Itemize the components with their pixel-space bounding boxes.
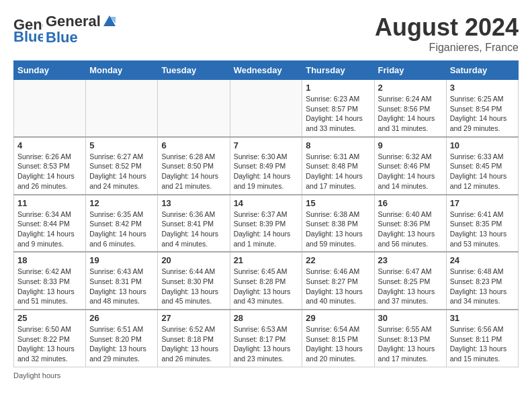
title-block: August 2024 Figanieres, France bbox=[375, 13, 519, 54]
day-number: 16 bbox=[378, 198, 443, 208]
table-row: 6Sunrise: 6:28 AM Sunset: 8:50 PM Daylig… bbox=[158, 137, 230, 195]
table-row: 15Sunrise: 6:38 AM Sunset: 8:38 PM Dayli… bbox=[302, 195, 374, 253]
calendar-table: SundayMondayTuesdayWednesdayThursdayFrid… bbox=[13, 60, 519, 367]
table-row: 25Sunrise: 6:50 AM Sunset: 8:22 PM Dayli… bbox=[14, 310, 86, 367]
table-row: 29Sunrise: 6:54 AM Sunset: 8:15 PM Dayli… bbox=[302, 310, 374, 367]
table-row: 3Sunrise: 6:25 AM Sunset: 8:54 PM Daylig… bbox=[446, 80, 518, 137]
footer-note: Daylight hours bbox=[13, 371, 519, 379]
day-info: Sunrise: 6:55 AM Sunset: 8:13 PM Dayligh… bbox=[378, 324, 443, 364]
calendar-week-row: 1Sunrise: 6:23 AM Sunset: 8:57 PM Daylig… bbox=[14, 80, 519, 137]
day-info: Sunrise: 6:37 AM Sunset: 8:39 PM Dayligh… bbox=[234, 210, 299, 249]
day-number: 22 bbox=[306, 255, 370, 265]
table-row: 22Sunrise: 6:46 AM Sunset: 8:27 PM Dayli… bbox=[302, 252, 374, 310]
day-number: 10 bbox=[450, 140, 515, 150]
day-info: Sunrise: 6:42 AM Sunset: 8:33 PM Dayligh… bbox=[17, 267, 82, 306]
table-row: 24Sunrise: 6:48 AM Sunset: 8:23 PM Dayli… bbox=[446, 252, 518, 310]
day-info: Sunrise: 6:41 AM Sunset: 8:35 PM Dayligh… bbox=[450, 210, 515, 249]
table-row: 31Sunrise: 6:56 AM Sunset: 8:11 PM Dayli… bbox=[446, 310, 518, 367]
logo: General Blue General Blue bbox=[13, 13, 117, 46]
calendar-day-header: Monday bbox=[86, 61, 158, 80]
calendar-day-header: Thursday bbox=[302, 61, 374, 80]
day-info: Sunrise: 6:46 AM Sunset: 8:27 PM Dayligh… bbox=[306, 267, 370, 306]
day-info: Sunrise: 6:52 AM Sunset: 8:18 PM Dayligh… bbox=[161, 324, 226, 364]
day-number: 31 bbox=[450, 313, 515, 323]
table-row: 17Sunrise: 6:41 AM Sunset: 8:35 PM Dayli… bbox=[446, 195, 518, 253]
day-info: Sunrise: 6:35 AM Sunset: 8:42 PM Dayligh… bbox=[89, 210, 154, 249]
day-number: 12 bbox=[89, 198, 154, 208]
table-row: 10Sunrise: 6:33 AM Sunset: 8:45 PM Dayli… bbox=[446, 137, 518, 195]
day-info: Sunrise: 6:44 AM Sunset: 8:30 PM Dayligh… bbox=[161, 267, 226, 306]
day-number: 27 bbox=[161, 313, 226, 323]
day-number: 28 bbox=[234, 313, 299, 323]
day-number: 14 bbox=[234, 198, 299, 208]
day-info: Sunrise: 6:45 AM Sunset: 8:28 PM Dayligh… bbox=[234, 267, 299, 306]
table-row: 21Sunrise: 6:45 AM Sunset: 8:28 PM Dayli… bbox=[230, 252, 302, 310]
table-row bbox=[86, 80, 158, 137]
table-row: 16Sunrise: 6:40 AM Sunset: 8:36 PM Dayli… bbox=[374, 195, 446, 253]
calendar-week-row: 25Sunrise: 6:50 AM Sunset: 8:22 PM Dayli… bbox=[14, 310, 519, 367]
day-info: Sunrise: 6:30 AM Sunset: 8:49 PM Dayligh… bbox=[234, 152, 299, 191]
table-row bbox=[14, 80, 86, 137]
day-info: Sunrise: 6:23 AM Sunset: 8:57 PM Dayligh… bbox=[306, 94, 370, 134]
table-row: 13Sunrise: 6:36 AM Sunset: 8:41 PM Dayli… bbox=[158, 195, 230, 253]
day-number: 4 bbox=[17, 140, 82, 150]
table-row: 14Sunrise: 6:37 AM Sunset: 8:39 PM Dayli… bbox=[230, 195, 302, 253]
calendar-week-row: 11Sunrise: 6:34 AM Sunset: 8:44 PM Dayli… bbox=[14, 195, 519, 253]
day-info: Sunrise: 6:38 AM Sunset: 8:38 PM Dayligh… bbox=[306, 210, 370, 249]
table-row bbox=[230, 80, 302, 137]
table-row: 7Sunrise: 6:30 AM Sunset: 8:49 PM Daylig… bbox=[230, 137, 302, 195]
logo-icon: General Blue bbox=[13, 15, 43, 44]
table-row: 23Sunrise: 6:47 AM Sunset: 8:25 PM Dayli… bbox=[374, 252, 446, 310]
day-info: Sunrise: 6:43 AM Sunset: 8:31 PM Dayligh… bbox=[89, 267, 154, 306]
day-number: 3 bbox=[450, 83, 515, 93]
day-info: Sunrise: 6:51 AM Sunset: 8:20 PM Dayligh… bbox=[89, 324, 154, 364]
calendar-week-row: 18Sunrise: 6:42 AM Sunset: 8:33 PM Dayli… bbox=[14, 252, 519, 310]
day-number: 5 bbox=[89, 140, 154, 150]
day-info: Sunrise: 6:56 AM Sunset: 8:11 PM Dayligh… bbox=[450, 324, 515, 364]
table-row: 4Sunrise: 6:26 AM Sunset: 8:53 PM Daylig… bbox=[14, 137, 86, 195]
calendar-day-header: Tuesday bbox=[158, 61, 230, 80]
table-row: 19Sunrise: 6:43 AM Sunset: 8:31 PM Dayli… bbox=[86, 252, 158, 310]
day-info: Sunrise: 6:47 AM Sunset: 8:25 PM Dayligh… bbox=[378, 267, 443, 306]
logo-triangle-icon bbox=[102, 14, 117, 29]
day-number: 17 bbox=[450, 198, 515, 208]
day-info: Sunrise: 6:36 AM Sunset: 8:41 PM Dayligh… bbox=[161, 210, 226, 249]
day-info: Sunrise: 6:31 AM Sunset: 8:48 PM Dayligh… bbox=[306, 152, 370, 191]
day-info: Sunrise: 6:28 AM Sunset: 8:50 PM Dayligh… bbox=[161, 152, 226, 191]
day-number: 24 bbox=[450, 255, 515, 265]
table-row: 2Sunrise: 6:24 AM Sunset: 8:56 PM Daylig… bbox=[374, 80, 446, 137]
day-number: 15 bbox=[306, 198, 370, 208]
table-row: 9Sunrise: 6:32 AM Sunset: 8:46 PM Daylig… bbox=[374, 137, 446, 195]
day-number: 6 bbox=[161, 140, 226, 150]
day-number: 7 bbox=[234, 140, 299, 150]
day-number: 19 bbox=[89, 255, 154, 265]
day-info: Sunrise: 6:53 AM Sunset: 8:17 PM Dayligh… bbox=[234, 324, 299, 364]
day-info: Sunrise: 6:25 AM Sunset: 8:54 PM Dayligh… bbox=[450, 94, 515, 134]
day-number: 21 bbox=[234, 255, 299, 265]
day-number: 26 bbox=[89, 313, 154, 323]
month-year-title: August 2024 bbox=[375, 13, 519, 42]
day-info: Sunrise: 6:34 AM Sunset: 8:44 PM Dayligh… bbox=[17, 210, 82, 249]
table-row: 26Sunrise: 6:51 AM Sunset: 8:20 PM Dayli… bbox=[86, 310, 158, 367]
day-number: 2 bbox=[378, 83, 443, 93]
location-subtitle: Figanieres, France bbox=[375, 42, 519, 54]
day-info: Sunrise: 6:26 AM Sunset: 8:53 PM Dayligh… bbox=[17, 152, 82, 191]
table-row: 30Sunrise: 6:55 AM Sunset: 8:13 PM Dayli… bbox=[374, 310, 446, 367]
table-row: 12Sunrise: 6:35 AM Sunset: 8:42 PM Dayli… bbox=[86, 195, 158, 253]
table-row: 5Sunrise: 6:27 AM Sunset: 8:52 PM Daylig… bbox=[86, 137, 158, 195]
day-number: 23 bbox=[378, 255, 443, 265]
day-info: Sunrise: 6:40 AM Sunset: 8:36 PM Dayligh… bbox=[378, 210, 443, 249]
day-info: Sunrise: 6:54 AM Sunset: 8:15 PM Dayligh… bbox=[306, 324, 370, 364]
day-number: 11 bbox=[17, 198, 82, 208]
day-info: Sunrise: 6:24 AM Sunset: 8:56 PM Dayligh… bbox=[378, 94, 443, 134]
day-info: Sunrise: 6:48 AM Sunset: 8:23 PM Dayligh… bbox=[450, 267, 515, 306]
table-row: 20Sunrise: 6:44 AM Sunset: 8:30 PM Dayli… bbox=[158, 252, 230, 310]
table-row: 8Sunrise: 6:31 AM Sunset: 8:48 PM Daylig… bbox=[302, 137, 374, 195]
day-info: Sunrise: 6:32 AM Sunset: 8:46 PM Dayligh… bbox=[378, 152, 443, 191]
day-number: 9 bbox=[378, 140, 443, 150]
day-number: 13 bbox=[161, 198, 226, 208]
day-number: 20 bbox=[161, 255, 226, 265]
day-number: 25 bbox=[17, 313, 82, 323]
logo-blue-text: Blue bbox=[46, 30, 117, 46]
calendar-day-header: Wednesday bbox=[230, 61, 302, 80]
